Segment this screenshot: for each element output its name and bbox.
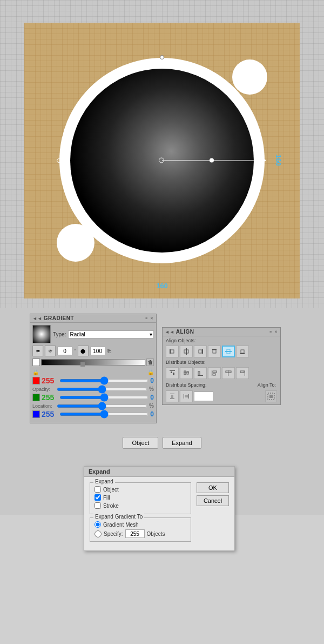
svg-rect-20 (212, 370, 212, 376)
specify-row: Specify: Objects (94, 529, 186, 538)
ok-btn[interactable]: OK (197, 482, 229, 493)
green-swatch (32, 394, 40, 401)
gradient-end-handle[interactable] (262, 158, 266, 163)
align-objects-label: Align Objects: (164, 337, 279, 344)
align-panel-titlebar: ◄◄ ALIGN ≡ ✕ (163, 328, 280, 336)
expand-dialog: Expand Expand Object Fill Stro (84, 466, 235, 551)
align-top-btn[interactable] (208, 346, 221, 357)
specify-radio[interactable] (94, 530, 102, 537)
blue-zero: 0 (150, 410, 154, 418)
specify-label: Specify: (104, 531, 123, 537)
svg-rect-29 (171, 395, 173, 398)
svg-rect-22 (213, 374, 215, 375)
cancel-btn[interactable]: Cancel (197, 495, 229, 506)
svg-rect-2 (186, 348, 187, 355)
red-slider[interactable] (59, 379, 148, 382)
align-bottom-btn[interactable] (236, 346, 249, 357)
dist-hcenter-btn[interactable] (222, 367, 235, 379)
svg-rect-11 (241, 350, 244, 353)
align-close-btn[interactable]: ✕ (274, 330, 278, 334)
dist-right-btn[interactable] (236, 367, 249, 379)
circle-inner-gradient[interactable]: 160 (70, 69, 254, 253)
gradient-handle-line[interactable]: 160 (162, 161, 262, 161)
dist-spacing-horiz-btn[interactable] (180, 390, 193, 402)
align-menu-btn[interactable]: ≡ (268, 330, 273, 334)
type-select[interactable]: Radial ▾ (68, 330, 154, 338)
angle-opacity-row: ⇄ ⟳ ° ⬤ % (32, 346, 154, 356)
gradient-slider-row: 🗑 (32, 358, 154, 366)
align-center-h-btn[interactable] (180, 346, 193, 357)
opacity-row: Opacity: % (32, 386, 154, 392)
gradient-mesh-radio-row: Gradient Mesh (94, 521, 186, 528)
dist-spacing-vert-btn[interactable] (166, 390, 179, 402)
svg-rect-5 (199, 350, 202, 353)
svg-rect-30 (184, 394, 184, 399)
specify-input[interactable] (125, 529, 145, 538)
location-slider[interactable] (57, 404, 147, 408)
gradient-start-handle[interactable] (159, 158, 164, 163)
gradient-panel: ◄◄ GRADIENT ≡ ✕ Type: Radial ▾ (30, 314, 157, 423)
object-btn[interactable]: Object (123, 437, 158, 449)
fill-checkbox[interactable] (94, 494, 101, 501)
gradient-group-box: Expand Gradient To Gradient Mesh Specify… (90, 517, 191, 542)
dist-bottom-btn[interactable] (194, 367, 207, 379)
svg-rect-1 (171, 350, 174, 353)
angle-icon-btn[interactable]: ⟳ (45, 346, 56, 356)
expand-btn[interactable]: Expand (163, 437, 201, 449)
dist-vcenter-btn[interactable] (180, 367, 193, 379)
align-left-btn[interactable] (166, 346, 179, 357)
gradient-slider-thumb[interactable] (80, 362, 85, 367)
svg-rect-26 (240, 371, 244, 373)
expand-dialog-right: OK Cancel (197, 482, 229, 545)
location-label: Location: (32, 403, 55, 409)
expand-group-box: Expand Object Fill Stroke (90, 482, 191, 514)
green-slider[interactable] (59, 396, 148, 399)
gradient-left-swatch[interactable] (32, 358, 40, 366)
blue-swatch (32, 410, 40, 418)
location-row: Location: % (32, 403, 154, 409)
gradient-menu-btn[interactable]: ≡ (144, 316, 148, 321)
align-to-box[interactable] (265, 390, 277, 402)
lock-icon-left[interactable]: 🔒 (32, 369, 39, 375)
circle-outer[interactable]: 160 (59, 58, 265, 263)
align-right-btn[interactable] (194, 346, 207, 357)
dist-top-btn[interactable] (166, 367, 179, 379)
blue-value: 255 (42, 410, 58, 419)
fill-checkbox-row: Fill (94, 494, 186, 501)
svg-rect-28 (170, 399, 174, 399)
red-row: 255 0 (32, 376, 154, 385)
svg-rect-21 (213, 371, 217, 373)
gradient-close-btn[interactable]: ✕ (150, 316, 154, 321)
svg-rect-34 (269, 395, 273, 398)
small-circle-top-right (232, 59, 267, 95)
angle-input[interactable] (57, 347, 72, 355)
dist-left-btn[interactable] (208, 367, 221, 379)
align-to-label: Align To: (256, 382, 277, 388)
object-checkbox[interactable] (94, 486, 101, 493)
stroke-checkbox[interactable] (94, 502, 101, 509)
gradient-mid-handle[interactable] (210, 158, 214, 163)
opacity-icon-btn[interactable]: ⬤ (78, 346, 89, 356)
align-center-v-btn[interactable] (222, 346, 235, 357)
blue-slider[interactable] (59, 413, 148, 416)
opacity-input[interactable] (90, 347, 105, 355)
distribute-objects-label: Distribute Objects: (164, 359, 279, 366)
reverse-btn[interactable]: ⇄ (32, 346, 43, 356)
circle-top-handle[interactable] (160, 55, 164, 59)
lock-icons-row: 🔒 🔒 (32, 369, 154, 375)
gradient-panel-title: GRADIENT (44, 315, 74, 321)
gradient-panel-controls: ≡ ✕ (144, 316, 154, 321)
spacing-input[interactable] (194, 391, 213, 401)
distribute-objects-row (164, 366, 279, 381)
opacity-slider[interactable] (57, 388, 147, 391)
align-expand-arrows[interactable]: ◄◄ (165, 329, 174, 335)
gradient-expand-arrows[interactable]: ◄◄ (32, 316, 42, 321)
circle-left-handle[interactable] (57, 158, 61, 163)
svg-rect-7 (213, 350, 216, 353)
gradient-preview-box[interactable] (32, 325, 51, 343)
lock-icon-right[interactable]: 🔒 (147, 369, 154, 375)
gradient-delete-btn[interactable]: 🗑 (146, 358, 154, 366)
gradient-mesh-radio[interactable] (94, 521, 101, 528)
gradient-slider-track[interactable] (41, 359, 145, 366)
canvas-document: 160 160 (24, 23, 300, 298)
